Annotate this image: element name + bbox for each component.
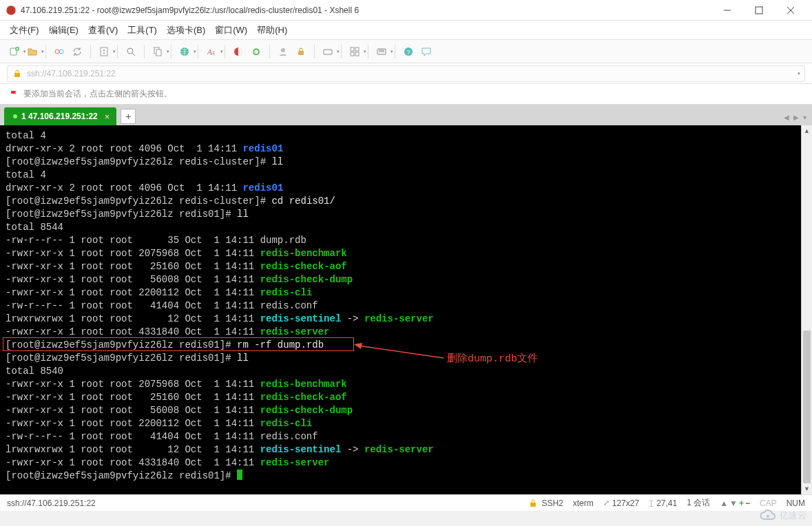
menu-edit[interactable]: 编辑(E) (49, 24, 79, 36)
arrange-icon[interactable]: ▾ (347, 44, 362, 59)
open-icon[interactable]: ▾ (25, 44, 40, 59)
svg-rect-15 (156, 50, 161, 56)
cloud-icon (759, 509, 777, 522)
tab-next-icon[interactable]: ▶ (793, 114, 799, 121)
close-button[interactable] (775, 0, 806, 21)
scroll-thumb[interactable] (803, 330, 811, 483)
svg-rect-28 (355, 52, 359, 56)
flag-icon (8, 89, 19, 100)
status-term: xterm (573, 498, 594, 508)
tab-bar: 1 47.106.219.251:22 × + ◀ ▶ ▾ (0, 105, 812, 125)
disconnect-icon[interactable] (52, 44, 67, 59)
scroll-down-icon[interactable]: ▼ (802, 483, 812, 494)
maximize-button[interactable] (743, 0, 775, 21)
toolbar-sep (45, 45, 46, 59)
toolbar-sep (341, 45, 342, 59)
settings-icon[interactable]: ▾ (374, 44, 389, 59)
status-sessions: 1 会话 (687, 497, 710, 509)
svg-point-8 (59, 50, 63, 54)
properties-icon[interactable]: ▾ (96, 44, 112, 59)
menubar: 文件(F) 编辑(E) 查看(V) 工具(T) 选项卡(B) 窗口(W) 帮助(… (0, 21, 812, 40)
svg-rect-27 (351, 52, 354, 56)
svg-point-11 (103, 52, 105, 54)
history-add-icon[interactable]: + (739, 498, 744, 508)
toolbar-sep (395, 45, 395, 59)
scrollbar[interactable]: ▲ ▼ (801, 125, 812, 494)
minimize-button[interactable] (711, 0, 743, 21)
toolbar-sep (314, 45, 315, 59)
menu-help[interactable]: 帮助(H) (257, 24, 287, 36)
svg-rect-26 (355, 48, 359, 51)
terminal[interactable]: total 4 drwxr-xr-x 2 root root 4096 Oct … (0, 125, 801, 494)
menu-file[interactable]: 文件(F) (10, 24, 39, 36)
color-scheme-icon[interactable] (231, 44, 246, 59)
status-cap: CAP (760, 498, 777, 508)
watermark: 亿速云 (759, 509, 806, 522)
window-title: 47.106.219.251:22 - root@izwz9ef5sjam9pv… (21, 6, 711, 15)
history-up-icon[interactable]: ▲ (720, 498, 728, 508)
svg-point-12 (127, 48, 133, 54)
hint-text: 要添加当前会话，点击左侧的箭头按钮。 (23, 88, 172, 100)
toolbar-sep (117, 45, 118, 59)
address-input[interactable]: ssh://47.106.219.251:22 ▾ (7, 65, 805, 82)
address-bar: ssh://47.106.219.251:22 ▾ (0, 63, 812, 84)
svg-rect-9 (101, 48, 107, 56)
toolbar: ▾ ▾ ▾ ▾ ▾ AA▾ ▾ ▾ ▾ ? (0, 40, 812, 63)
globe-icon[interactable]: ▾ (177, 44, 192, 59)
svg-point-10 (103, 50, 105, 51)
toolbar-sep (198, 45, 198, 59)
cursor-icon: ⌶ (649, 499, 654, 507)
titlebar: 47.106.219.251:22 - root@izwz9ef5sjam9pv… (0, 0, 812, 21)
menu-view[interactable]: 查看(V) (88, 24, 118, 36)
hint-bar: 要添加当前会话，点击左侧的箭头按钮。 (0, 84, 812, 105)
chevron-down-icon[interactable]: ▾ (798, 71, 800, 76)
menu-window[interactable]: 窗口(W) (215, 24, 247, 36)
toolbar-sep (144, 45, 145, 59)
toolbar-sep (368, 45, 368, 59)
find-icon[interactable] (123, 44, 138, 59)
tab-prev-icon[interactable]: ◀ (784, 114, 789, 121)
help-icon[interactable]: ? (401, 44, 416, 59)
resize-icon: ⤢ (603, 498, 610, 507)
status-size: 127x27 (612, 498, 639, 508)
keyboard-icon[interactable]: ▾ (320, 44, 335, 59)
svg-point-7 (55, 50, 59, 54)
refresh-icon[interactable] (249, 44, 264, 59)
menu-tool[interactable]: 工具(T) (127, 24, 157, 36)
status-address: ssh://47.106.219.251:22 (7, 498, 96, 508)
copy-icon[interactable]: ▾ (150, 44, 165, 59)
tab-close-icon[interactable]: × (105, 112, 110, 122)
svg-text:A: A (211, 50, 215, 56)
lock-icon[interactable] (293, 44, 309, 59)
address-text: ssh://47.106.219.251:22 (27, 69, 116, 78)
history-down-icon[interactable]: ▼ (729, 498, 738, 508)
svg-line-13 (132, 53, 135, 56)
cursor (237, 470, 242, 480)
tab-nav: ◀ ▶ ▾ (784, 114, 806, 121)
history-del-icon[interactable]: − (745, 498, 750, 508)
chat-icon[interactable] (419, 44, 434, 59)
status-pos: 27,41 (656, 498, 677, 508)
toolbar-sep (90, 45, 91, 59)
reconnect-icon[interactable] (70, 44, 85, 59)
svg-point-20 (281, 48, 285, 52)
font-icon[interactable]: AA▾ (204, 44, 219, 59)
tab-list-icon[interactable]: ▾ (803, 114, 806, 121)
session-tab[interactable]: 1 47.106.219.251:22 × (4, 107, 116, 125)
watermark-text: 亿速云 (780, 509, 806, 522)
toolbar-sep (171, 45, 171, 59)
svg-point-38 (767, 515, 769, 518)
new-session-icon[interactable]: ▾ (7, 44, 22, 59)
svg-rect-22 (324, 50, 332, 54)
scroll-up-icon[interactable]: ▲ (802, 125, 812, 136)
tab-label: 1 47.106.219.251:22 (21, 112, 98, 121)
svg-rect-21 (298, 51, 304, 55)
svg-rect-37 (530, 503, 536, 507)
menu-tabs[interactable]: 选项卡(B) (167, 24, 205, 36)
status-num: NUM (787, 498, 805, 508)
new-tab-button[interactable]: + (121, 109, 136, 124)
svg-rect-25 (351, 48, 354, 51)
user-icon[interactable] (275, 44, 291, 59)
lock-icon (528, 498, 539, 509)
svg-rect-2 (756, 7, 762, 14)
